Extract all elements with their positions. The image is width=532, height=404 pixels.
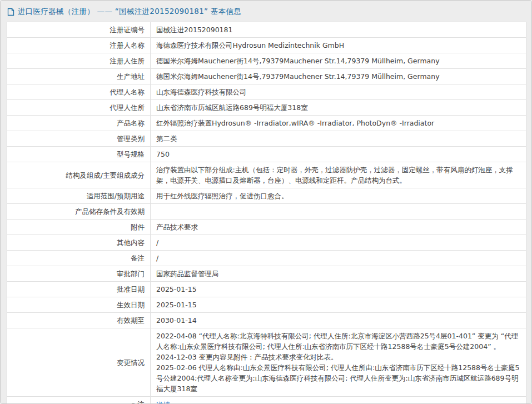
row-value: 2025-01-15: [151, 297, 526, 313]
row-value: 山东省济南市历城区航运路689号明福大厦318室: [151, 100, 526, 116]
row-value: 2030-01-14: [151, 313, 526, 328]
row-label: 附件: [7, 220, 151, 235]
table-row: 型号规格750: [7, 147, 526, 162]
row-value: 750: [151, 147, 526, 162]
table-row: 生效日期2025-01-15: [7, 297, 526, 313]
row-value: 国家药品监督管理局: [151, 266, 526, 282]
table-row: 结构及组成/主要组成成分治疗装置由以下部分组成:主机（包括：定时器，外壳，过滤器…: [7, 162, 526, 188]
row-value: 2025-01-15: [151, 282, 526, 297]
row-value: /: [151, 251, 526, 266]
table-row: 代理人名称山东海德森医疗科技有限公司: [7, 84, 526, 100]
table-row: 备注/: [7, 251, 526, 266]
table-row: 生产地址德国米尔海姆Mauchener街14号,79379Mauchener S…: [7, 69, 526, 84]
table-row: 变更情况2022-04-08 “代理人名称:北京海特科技有限公司; 代理人住所:…: [7, 328, 526, 397]
row-label: 代理人住所: [7, 100, 151, 116]
row-label: 产品储存条件及有效期: [7, 204, 151, 220]
table-row: 审批部门国家药品监督管理局: [7, 266, 526, 282]
table-row: 批准日期2025-01-15: [7, 282, 526, 297]
row-label: 适用范围/预期用途: [7, 188, 151, 204]
row-value: 德国米尔海姆Mauchener街14号,79379Mauchener Str.1…: [151, 69, 526, 84]
row-label: 备注: [7, 251, 151, 266]
table-row: 注册证编号国械注进20152090181: [7, 22, 526, 38]
table-row: 其他内容/: [7, 235, 526, 251]
row-value: 2022-04-08 “代理人名称:北京海特科技有限公司; 代理人住所:北京市海…: [151, 328, 526, 397]
row-value: 用于红外线医疗辐照治疗，促进伤口愈合。: [151, 188, 526, 204]
row-value: 山东海德森医疗科技有限公司: [151, 84, 526, 100]
row-value: 产品技术要求: [151, 220, 526, 235]
row-label: 结构及组成/主要组成成分: [7, 162, 151, 188]
row-label: 其他内容: [7, 235, 151, 251]
row-value: 海德森医疗技术有限公司Hydrosun Medizintechnik GmbH: [151, 38, 526, 53]
table-row: 产品储存条件及有效期: [7, 204, 526, 220]
registration-info-table: 注册证编号国械注进20152090181注册人名称海德森医疗技术有限公司Hydr…: [7, 22, 526, 404]
row-label: 批准日期: [7, 282, 151, 297]
row-label: 代理人名称: [7, 84, 151, 100]
table-row: ◉注详情: [7, 397, 526, 404]
row-label: 注册人住所: [7, 53, 151, 69]
document-icon: [7, 8, 14, 16]
row-label: 审批部门: [7, 266, 151, 282]
row-label: 生效日期: [7, 297, 151, 313]
table-row: 管理类别第二类: [7, 131, 526, 147]
table-row: 注册人名称海德森医疗技术有限公司Hydrosun Medizintechnik …: [7, 38, 526, 53]
row-value: [151, 204, 526, 220]
row-label: 注册人名称: [7, 38, 151, 53]
page-header: 进口医疗器械（注册） —— “国械注进20152090181” 基本信息: [1, 1, 531, 22]
row-value: 国械注进20152090181: [151, 22, 526, 38]
row-value: 德国米尔海姆Mauchener街14号,79379Mauchener Str.1…: [151, 53, 526, 69]
table-row: 附件产品技术要求: [7, 220, 526, 235]
table-row: 适用范围/预期用途用于红外线医疗辐照治疗，促进伤口愈合。: [7, 188, 526, 204]
table-row: 注册人住所德国米尔海姆Mauchener街14号,79379Mauchener …: [7, 53, 526, 69]
table-row: 有效期至2030-01-14: [7, 313, 526, 328]
row-label: 注册证编号: [7, 22, 151, 38]
row-label: 变更情况: [7, 328, 151, 397]
note-icon: ◉: [131, 400, 136, 404]
row-value: 治疗装置由以下部分组成:主机（包括：定时器，外壳，过滤器防护壳，过滤器，固定螺丝…: [151, 162, 526, 188]
row-value: 详情: [151, 397, 526, 404]
table-row: 产品名称红外辐照治疗装置Hydrosun® -Irradiator,wIRA® …: [7, 116, 526, 131]
row-value: 第二类: [151, 131, 526, 147]
details-link[interactable]: 详情: [156, 401, 170, 404]
row-label: 有效期至: [7, 313, 151, 328]
page-title: 进口医疗器械（注册） —— “国械注进20152090181” 基本信息: [18, 7, 241, 17]
row-value: /: [151, 235, 526, 251]
row-label: 生产地址: [7, 69, 151, 84]
row-label: 产品名称: [7, 116, 151, 131]
row-value: 红外辐照治疗装置Hydrosun® -Irradiator,wIRA® -Irr…: [151, 116, 526, 131]
row-label: 型号规格: [7, 147, 151, 162]
row-label: 管理类别: [7, 131, 151, 147]
row-label: ◉注: [7, 397, 151, 404]
table-row: 代理人住所山东省济南市历城区航运路689号明福大厦318室: [7, 100, 526, 116]
